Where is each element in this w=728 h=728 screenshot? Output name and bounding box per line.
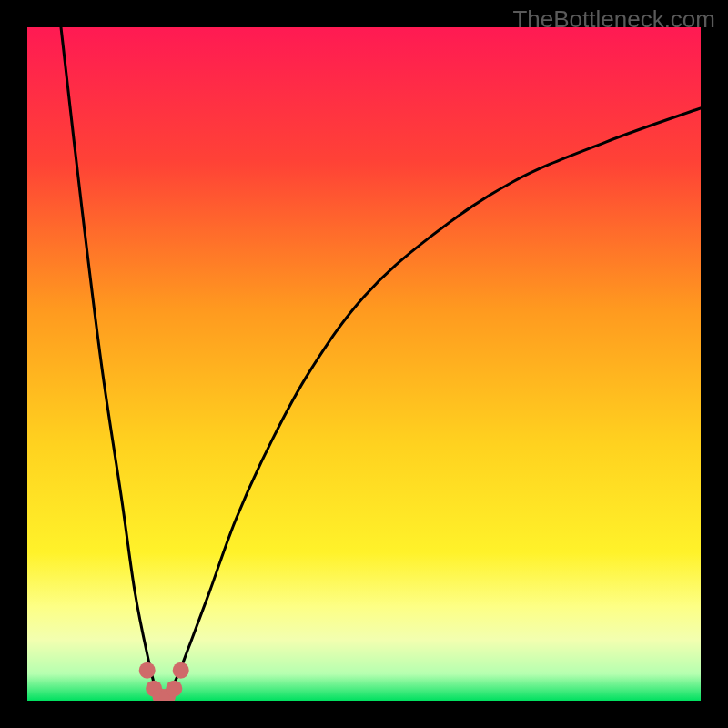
series-left-branch — [61, 27, 162, 701]
optimum-marker — [173, 662, 189, 679]
chart-frame: { "watermark": "TheBottleneck.com", "cha… — [0, 0, 728, 728]
series-right-branch — [162, 108, 701, 701]
plot-area — [27, 27, 701, 701]
optimum-marker — [166, 681, 182, 697]
optimum-marker — [139, 662, 156, 679]
bottleneck-curve — [27, 27, 701, 701]
